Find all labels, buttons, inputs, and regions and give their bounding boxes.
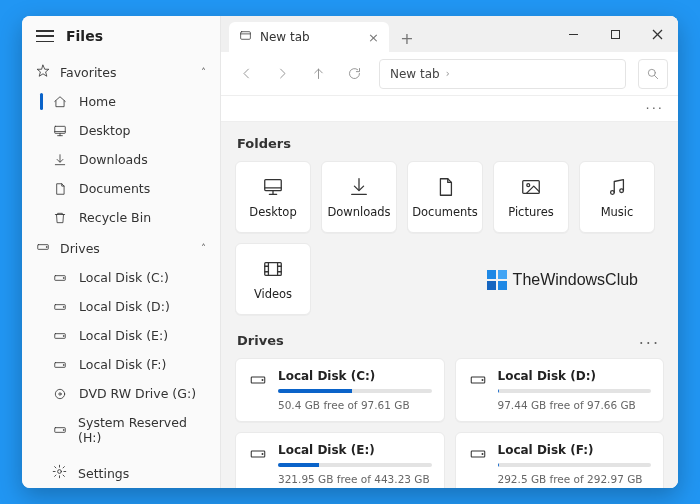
folder-label: Documents	[412, 205, 478, 219]
sidebar-item-documents[interactable]: Documents	[22, 174, 220, 203]
tab-active[interactable]: New tab ×	[229, 22, 389, 52]
new-tab-button[interactable]: +	[393, 24, 421, 52]
menu-icon[interactable]	[36, 30, 54, 42]
sidebar-item-label: Local Disk (F:)	[79, 357, 166, 372]
folder-card-music[interactable]: Music	[579, 161, 655, 233]
sidebar-item-label: Recycle Bin	[79, 210, 151, 225]
drives-more-icon[interactable]: ···	[639, 334, 664, 353]
drive-icon	[52, 329, 68, 343]
drive-usage-bar	[498, 463, 652, 467]
drive-icon	[248, 443, 268, 463]
sidebar-item-drive[interactable]: Local Disk (E:)	[22, 321, 220, 350]
drive-card[interactable]: Local Disk (F:) 292.5 GB free of 292.97 …	[455, 432, 665, 488]
sidebar-item-drive[interactable]: System Reserved (H:)	[22, 408, 220, 452]
section-label: Favorites	[60, 65, 116, 80]
favorites-list: HomeDesktopDownloadsDocumentsRecycle Bin	[22, 87, 220, 232]
folder-card-desktop[interactable]: Desktop	[235, 161, 311, 233]
svg-point-8	[46, 247, 47, 248]
search-button[interactable]	[638, 59, 668, 89]
section-header-favorites[interactable]: Favorites ˄	[22, 56, 220, 87]
folder-card-documents[interactable]: Documents	[407, 161, 483, 233]
minimize-button[interactable]	[552, 16, 594, 52]
folder-card-downloads[interactable]: Downloads	[321, 161, 397, 233]
svg-line-30	[654, 75, 657, 78]
svg-rect-22	[241, 32, 251, 40]
toolbar: New tab ›	[221, 52, 678, 96]
svg-point-20	[63, 430, 64, 431]
sidebar-item-label: Local Disk (D:)	[79, 299, 170, 314]
window-controls	[552, 16, 678, 52]
svg-point-16	[63, 364, 64, 365]
sidebar-item-recycle-bin[interactable]: Recycle Bin	[22, 203, 220, 232]
drive-card[interactable]: Local Disk (E:) 321.95 GB free of 443.23…	[235, 432, 445, 488]
sidebar-item-home[interactable]: Home	[22, 87, 220, 116]
folder-label: Pictures	[508, 205, 554, 219]
drive-icon	[52, 300, 68, 314]
drive-icon	[468, 369, 488, 389]
drive-name: Local Disk (E:)	[278, 443, 432, 457]
svg-line-27	[653, 30, 662, 39]
sidebar-item-label: System Reserved (H:)	[78, 415, 206, 445]
drive-free-text: 292.5 GB free of 292.97 GB	[498, 473, 652, 485]
settings-button[interactable]: Settings	[22, 452, 220, 488]
chevron-up-icon: ˄	[201, 243, 206, 254]
svg-point-39	[611, 191, 615, 195]
drive-icon	[248, 369, 268, 389]
sidebar-header: Files	[22, 16, 220, 56]
drive-free-text: 97.44 GB free of 97.66 GB	[498, 399, 652, 411]
desktop-icon	[262, 175, 284, 199]
home-icon	[52, 95, 68, 109]
sidebar-item-label: Local Disk (C:)	[79, 270, 169, 285]
folder-card-videos[interactable]: Videos	[235, 243, 311, 315]
folder-label: Desktop	[249, 205, 296, 219]
sidebar-item-desktop[interactable]: Desktop	[22, 116, 220, 145]
drives-header: Drives	[237, 333, 284, 348]
folder-card-pictures[interactable]: Pictures	[493, 161, 569, 233]
sidebar-item-drive[interactable]: Local Disk (D:)	[22, 292, 220, 321]
sidebar-item-downloads[interactable]: Downloads	[22, 145, 220, 174]
svg-point-12	[63, 306, 64, 307]
section-header-drives[interactable]: Drives ˄	[22, 232, 220, 263]
drive-free-text: 50.4 GB free of 97.61 GB	[278, 399, 432, 411]
sidebar: Files Favorites ˄ HomeDesktopDownloadsDo…	[22, 16, 221, 488]
svg-rect-1	[55, 126, 66, 133]
svg-point-21	[58, 470, 62, 474]
svg-point-55	[482, 454, 483, 455]
download-icon	[348, 175, 370, 199]
drive-icon	[36, 240, 50, 257]
close-button[interactable]	[636, 16, 678, 52]
sidebar-item-drive[interactable]: Local Disk (C:)	[22, 263, 220, 292]
disc-icon	[52, 387, 68, 401]
svg-rect-25	[611, 30, 619, 38]
sidebar-item-label: Desktop	[79, 123, 131, 138]
drive-name: Local Disk (D:)	[498, 369, 652, 383]
document-icon	[52, 182, 68, 196]
more-icon[interactable]: ···	[646, 101, 664, 116]
section-label: Drives	[60, 241, 100, 256]
pictures-icon	[520, 175, 542, 199]
folder-label: Videos	[254, 287, 292, 301]
svg-point-17	[55, 389, 64, 398]
main-area: New tab × + New tab › ···	[221, 16, 678, 488]
maximize-button[interactable]	[594, 16, 636, 52]
tab-close-icon[interactable]: ×	[366, 30, 381, 45]
folder-grid: DesktopDownloadsDocumentsPicturesMusicVi…	[235, 161, 664, 315]
refresh-button[interactable]	[339, 59, 369, 89]
sidebar-item-drive[interactable]: DVD RW Drive (G:)	[22, 379, 220, 408]
sidebar-item-drive[interactable]: Local Disk (F:)	[22, 350, 220, 379]
sidebar-item-label: Downloads	[79, 152, 148, 167]
drive-card[interactable]: Local Disk (C:) 50.4 GB free of 97.61 GB	[235, 358, 445, 422]
drive-name: Local Disk (C:)	[278, 369, 432, 383]
forward-button[interactable]	[267, 59, 297, 89]
app-title: Files	[66, 28, 103, 44]
svg-rect-41	[265, 263, 282, 276]
tab-bar: New tab × +	[221, 16, 678, 52]
back-button[interactable]	[231, 59, 261, 89]
gear-icon	[52, 464, 67, 482]
drive-card[interactable]: Local Disk (D:) 97.44 GB free of 97.66 G…	[455, 358, 665, 422]
up-button[interactable]	[303, 59, 333, 89]
drive-icon	[468, 443, 488, 463]
drive-usage-bar	[278, 463, 432, 467]
breadcrumb-bar[interactable]: New tab ›	[379, 59, 626, 89]
music-icon	[606, 175, 628, 199]
